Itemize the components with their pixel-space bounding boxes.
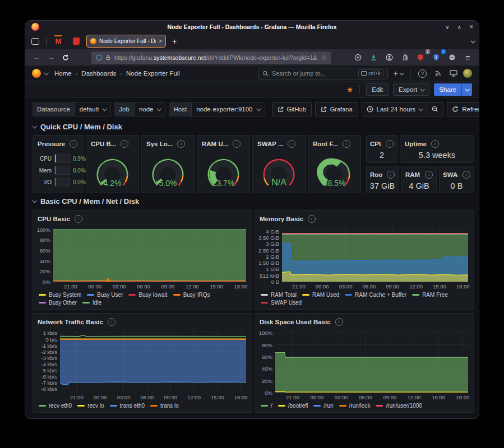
extension-ublock-icon[interactable]: 1	[414, 52, 427, 64]
pinned-tab-gmail[interactable]: M	[50, 35, 66, 48]
panel-title[interactable]: RAM U...	[202, 141, 228, 147]
info-icon[interactable]: i	[425, 171, 433, 179]
share-button[interactable]: Share	[434, 83, 472, 96]
panel-title[interactable]: CPU Cores	[370, 141, 381, 147]
extension-bitwarden-icon[interactable]: 2	[429, 52, 443, 64]
edit-button[interactable]: Edit	[366, 83, 389, 96]
firefox-view-icon[interactable]	[29, 36, 42, 47]
legend-item[interactable]: /run	[313, 403, 333, 409]
info-icon[interactable]: i	[121, 140, 128, 148]
panel-title[interactable]: Pressure	[38, 141, 65, 147]
panel-title[interactable]: SWAP Total	[443, 171, 458, 178]
forward-icon[interactable]: →	[44, 52, 58, 64]
window-titlebar[interactable]: Node Exporter Full - Dashboards - Grafan…	[25, 21, 479, 33]
breadcrumb-dashboards[interactable]: Dashboards	[81, 70, 116, 77]
github-link-button[interactable]: GitHub	[272, 102, 312, 116]
info-icon[interactable]: i	[233, 140, 241, 148]
info-icon[interactable]: i	[387, 171, 395, 179]
new-tab-button[interactable]: +	[168, 35, 181, 48]
legend-item[interactable]: Busy User	[87, 292, 123, 298]
info-icon[interactable]: i	[463, 171, 470, 179]
maximize-icon[interactable]: ∧	[457, 24, 461, 30]
info-icon[interactable]: i	[335, 318, 343, 326]
host-picker[interactable]: Host node-exporter:9100	[169, 102, 265, 116]
datasource-picker[interactable]: Datasource default	[33, 102, 111, 116]
legend-item[interactable]: RAM Cache + Buffer	[345, 292, 406, 298]
user-avatar[interactable]	[463, 69, 472, 78]
panel-title[interactable]: CPU B...	[91, 141, 116, 147]
legend-item[interactable]: Busy Iowait	[128, 292, 167, 298]
bookmark-star-icon[interactable]: ☆	[321, 54, 327, 62]
legend-item[interactable]: Busy IRQs	[173, 292, 210, 298]
legend-item[interactable]: Busy Other	[39, 300, 77, 306]
panel-title[interactable]: Sys Lo...	[146, 141, 173, 147]
legend-item[interactable]: trans lo	[150, 403, 179, 409]
section-basic-cpu-mem-net-disk[interactable]: Basic CPU / Mem / Net / Disk	[33, 196, 139, 206]
legend-item[interactable]: Busy System	[39, 292, 81, 298]
panel-title[interactable]: Uptime	[405, 141, 427, 147]
panel-title[interactable]: Root F...	[313, 141, 338, 147]
active-tab[interactable]: Node Exporter Full - Dashbo ×	[86, 35, 166, 48]
legend-item[interactable]: /boot/efi	[278, 403, 308, 409]
pinned-tab-red[interactable]	[68, 35, 84, 48]
lock-icon[interactable]	[105, 54, 111, 61]
refresh-picker[interactable]: Refresh 1m	[447, 102, 479, 116]
legend-item[interactable]: /run/lock	[339, 403, 371, 409]
url-bar[interactable]: https://grafana.systemsobscure.net/d/rYd…	[91, 52, 331, 64]
info-icon[interactable]: i	[343, 140, 350, 148]
display-icon[interactable]	[447, 70, 460, 77]
back-icon[interactable]: ←	[30, 52, 43, 64]
info-icon[interactable]: i	[108, 318, 115, 326]
legend-item[interactable]: RAM Total	[261, 292, 297, 298]
minimize-icon[interactable]: ∨	[445, 24, 449, 30]
export-button[interactable]: Export	[393, 83, 429, 96]
list-all-tabs-icon[interactable]	[471, 38, 474, 44]
panel-title[interactable]: Memory Basic	[260, 216, 303, 222]
tab-close-icon[interactable]: ×	[159, 38, 162, 44]
refresh-button[interactable]: Refresh	[447, 102, 479, 116]
zoom-out-icon[interactable]	[427, 102, 443, 116]
legend-item[interactable]: /	[261, 403, 272, 409]
legend-item[interactable]: /run/user/1000	[376, 403, 422, 409]
info-icon[interactable]: i	[75, 215, 82, 223]
breadcrumb-home[interactable]: Home	[54, 70, 72, 77]
news-rss-icon[interactable]	[432, 70, 444, 77]
info-icon[interactable]: i	[431, 140, 439, 148]
legend-item[interactable]: recv eth0	[39, 403, 72, 409]
panel-title[interactable]: Network Traffic Basic	[38, 319, 103, 325]
help-icon[interactable]: ?	[416, 69, 429, 78]
panel-title[interactable]: SWAP ...	[257, 141, 283, 147]
extension-other-icon[interactable]	[445, 52, 459, 64]
info-icon[interactable]: i	[386, 140, 394, 148]
extensions-puzzle-icon[interactable]	[398, 52, 411, 64]
legend-item[interactable]: recv lo	[77, 403, 104, 409]
org-switcher-chevron-icon[interactable]	[44, 71, 48, 75]
grafana-logo-icon[interactable]	[32, 69, 41, 78]
legend-item[interactable]: SWAP Used	[261, 300, 302, 306]
panel-title[interactable]: RAM Total	[405, 171, 420, 178]
info-icon[interactable]: i	[288, 140, 295, 148]
info-icon[interactable]: i	[308, 215, 316, 223]
tracking-protection-shield-icon[interactable]	[96, 54, 102, 61]
new-button[interactable]: +	[391, 69, 405, 78]
time-range-picker[interactable]: Last 24 hours	[362, 102, 444, 116]
legend-item[interactable]: trans eth0	[110, 403, 145, 409]
search-input[interactable]: Search or jump to... ctrl+k	[258, 68, 388, 80]
downloads-icon[interactable]	[367, 52, 380, 64]
favorite-star-icon[interactable]: ★	[346, 85, 354, 94]
legend-item[interactable]: RAM Free	[412, 292, 448, 298]
grafana-link-button[interactable]: Grafana	[315, 102, 358, 116]
pocket-icon[interactable]	[351, 52, 364, 64]
info-icon[interactable]: i	[177, 140, 185, 148]
legend-item[interactable]: Idle	[82, 300, 101, 306]
reload-icon[interactable]	[59, 52, 72, 64]
legend-item[interactable]: RAM Used	[302, 292, 339, 298]
job-picker[interactable]: Job node	[114, 102, 165, 116]
panel-title[interactable]: Disk Space Used Basic	[260, 319, 331, 325]
panel-title[interactable]: RootFS Total	[370, 171, 382, 178]
menu-hamburger-icon[interactable]: ≡	[461, 52, 474, 64]
info-icon[interactable]: i	[70, 140, 77, 148]
close-icon[interactable]: ×	[469, 23, 473, 31]
section-quick-cpu-mem-disk[interactable]: Quick CPU / Mem / Disk	[33, 122, 122, 132]
panel-title[interactable]: CPU Basic	[38, 216, 70, 222]
